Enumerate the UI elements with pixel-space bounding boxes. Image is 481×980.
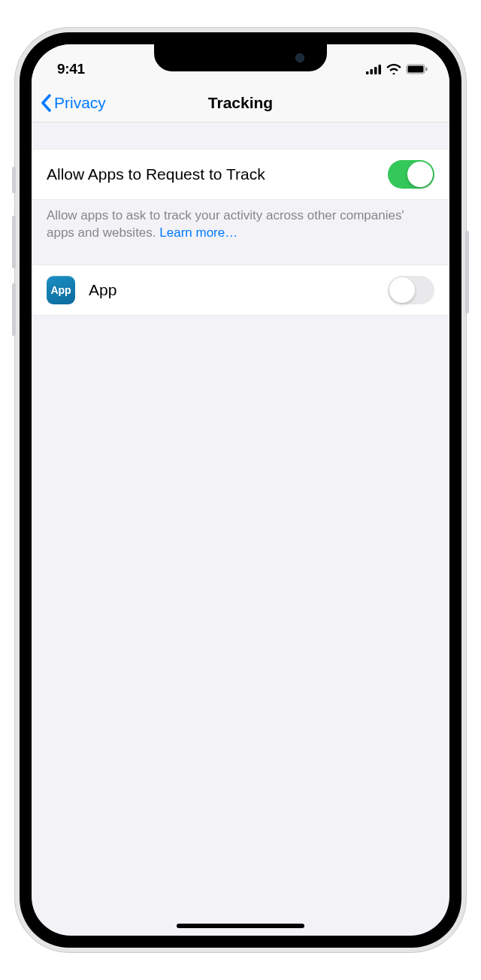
section-footer: Allow apps to ask to track your activity… [32,200,449,265]
power-button [465,231,469,313]
toggle-knob [389,277,415,303]
front-camera [295,53,304,62]
app-tracking-toggle[interactable] [388,276,434,304]
silent-switch [12,167,16,193]
page-title: Tracking [208,94,273,112]
allow-tracking-label: Allow Apps to Request to Track [47,165,388,183]
back-label: Privacy [54,94,106,112]
svg-rect-1 [371,69,374,74]
svg-rect-0 [366,71,369,74]
svg-rect-3 [379,65,382,74]
svg-rect-2 [374,67,377,74]
allow-tracking-toggle[interactable] [388,160,434,189]
status-time: 9:41 [57,61,85,77]
allow-tracking-row: Allow Apps to Request to Track [32,149,449,200]
learn-more-link[interactable]: Learn more… [159,225,237,240]
phone-bezel: 9:41 [20,32,461,948]
content-area: Allow Apps to Request to Track Allow app… [32,122,449,316]
volume-down-button [12,283,16,336]
navigation-bar: Privacy Tracking [32,83,449,122]
status-icons [366,64,428,74]
wifi-icon [386,64,401,74]
volume-up-button [12,216,16,268]
notch [154,44,327,71]
back-button[interactable]: Privacy [41,94,106,112]
chevron-left-icon [41,94,51,112]
cellular-icon [366,65,382,74]
app-row: App App [32,265,449,316]
svg-rect-6 [426,68,428,71]
app-label: App [89,281,388,299]
app-icon: App [47,276,75,304]
battery-icon [406,64,428,74]
home-indicator[interactable] [177,924,304,928]
svg-rect-5 [408,66,424,73]
screen: 9:41 [32,44,449,936]
toggle-knob [407,162,433,187]
phone-frame: 9:41 [15,28,466,952]
